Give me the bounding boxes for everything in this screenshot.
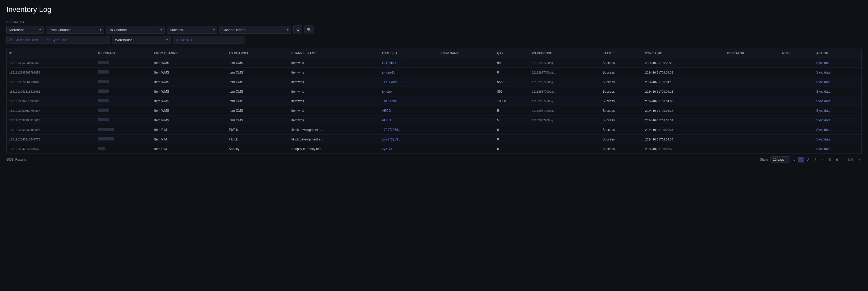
cell-qty: 0 (494, 135, 529, 144)
cell-item-sku[interactable]: 172972259... (379, 135, 439, 144)
item-sku-link[interactable]: 172972259... (382, 137, 401, 141)
cell-sync-time: 2024-10-31T09:04:33 (643, 68, 724, 77)
to-channel-select[interactable]: To Channel (106, 26, 165, 34)
time-range-wrapper[interactable]: ⏱ Start Sync Time - End Sync Time (6, 36, 110, 44)
cell-action[interactable]: Sync data (813, 96, 861, 106)
col-item-sku: ITEM SKU (379, 48, 439, 58)
page-4-button[interactable]: 4 (819, 157, 825, 162)
cell-action[interactable]: Sync data (813, 135, 861, 144)
cell-to-channel: Item OMS (226, 96, 289, 106)
cell-item-sku[interactable]: 172972259... (379, 125, 439, 135)
item-sku-link[interactable]: GUT018-U... (382, 61, 400, 65)
item-sku-link[interactable]: zyz111 (382, 147, 392, 151)
cell-status: Success (600, 144, 643, 154)
sync-data-button[interactable]: Sync data (816, 99, 830, 103)
cell-action[interactable]: Sync data (813, 106, 861, 116)
sync-data-button[interactable]: Sync data (816, 71, 830, 74)
inventory-table-container: ID MERCHANT FROM CHANNEL TO CHANNEL CHAN… (6, 48, 862, 154)
cell-item-sku[interactable]: ABCD (379, 106, 439, 116)
cell-action[interactable]: Sync data (813, 144, 861, 154)
cell-action[interactable]: Sync data (813, 68, 861, 77)
prev-page-button[interactable]: ‹ (792, 157, 796, 162)
cell-item-sku[interactable]: zyz111 (379, 144, 439, 154)
page-6-button[interactable]: 6 (834, 157, 840, 162)
cell-item-sku[interactable]: iphone15 (379, 68, 439, 77)
results-number: 6003 (6, 158, 13, 161)
cell-qty: 0 (494, 68, 529, 77)
sync-data-button[interactable]: Sync data (816, 61, 830, 65)
cell-item-sku[interactable]: iphone (379, 87, 439, 96)
cell-qty: 5 (494, 116, 529, 125)
page-last-button[interactable]: 601 (846, 157, 856, 162)
col-merchant: MERCHANT (95, 48, 152, 58)
channel-name-select[interactable]: Channel Name (219, 26, 291, 34)
cell-channel-name: itemwms (289, 116, 379, 125)
merchant-image (98, 99, 108, 102)
cell-warehouse (529, 125, 600, 135)
cell-item-sku[interactable]: TEST wise ... (379, 77, 439, 87)
sync-data-button[interactable]: Sync data (816, 147, 830, 151)
sync-data-button[interactable]: Sync data (816, 119, 830, 122)
cell-sync-time: 2024-10-31T09:04:13 (643, 87, 724, 96)
table-row: 1851913367531962370 Item WMS Item OMS it… (7, 58, 861, 68)
item-sku-link[interactable]: ABCD (382, 109, 391, 112)
cell-action[interactable]: Sync data (813, 77, 861, 87)
item-sku-link[interactable]: 172972259... (382, 128, 401, 132)
to-channel-select-wrapper: To Channel ▼ (106, 26, 165, 34)
merchant-image (98, 108, 108, 112)
page-size-wrapper: 10/page 20/page 50/page (771, 156, 790, 163)
cell-warehouse: 12132957700qq... (529, 116, 600, 125)
page-5-button[interactable]: 5 (827, 157, 833, 162)
cell-action[interactable]: Sync data (813, 125, 861, 135)
cell-channel-name: itemwms (289, 58, 379, 68)
cell-item-sku[interactable]: GUT018-U... (379, 58, 439, 68)
cell-item-name (439, 68, 494, 77)
channel-name-select-wrapper: Channel Name ▼ (219, 26, 291, 34)
cell-action[interactable]: Sync data (813, 58, 861, 68)
settings-icon-button[interactable]: ⚙ (293, 26, 302, 34)
cell-item-name (439, 106, 494, 116)
page-1-button[interactable]: 1 (798, 157, 804, 162)
cell-note (779, 125, 813, 135)
page-3-button[interactable]: 3 (812, 157, 818, 162)
page-2-button[interactable]: 2 (805, 157, 811, 162)
table-header-row: ID MERCHANT FROM CHANNEL TO CHANNEL CHAN… (7, 48, 861, 58)
cell-item-name (439, 135, 494, 144)
page-size-select[interactable]: 10/page 20/page 50/page (771, 156, 790, 163)
cell-from-channel: Item PIM (151, 135, 226, 144)
cell-item-sku[interactable]: ABCD (379, 116, 439, 125)
cell-from-channel: Item PIM (151, 144, 226, 154)
next-page-button[interactable]: › (857, 157, 862, 162)
item-sku-link[interactable]: ABCD (382, 119, 391, 122)
inventory-table: ID MERCHANT FROM CHANNEL TO CHANNEL CHAN… (7, 48, 861, 154)
item-sku-link[interactable]: TEST wise ... (382, 80, 401, 84)
status-select[interactable]: Success (167, 26, 217, 34)
table-row: 1851913051818311681 Item WMS Item OMS it… (7, 87, 861, 96)
cell-warehouse: 12132957700qq... (529, 58, 600, 68)
cell-warehouse (529, 135, 600, 144)
cell-item-sku[interactable]: The Hidde... (379, 96, 439, 106)
sync-data-button[interactable]: Sync data (816, 80, 830, 84)
page-title: Inventory Log (6, 5, 862, 14)
cell-warehouse (529, 144, 600, 154)
item-sku-link[interactable]: The Hidde... (382, 99, 399, 103)
clock-icon: ⏱ (9, 38, 12, 42)
item-sku-link[interactable]: iphone15 (382, 71, 395, 74)
cell-note (779, 135, 813, 144)
cell-action[interactable]: Sync data (813, 87, 861, 96)
time-separator: - (41, 38, 42, 42)
warehouse-select[interactable]: Warehouse (112, 36, 170, 44)
cell-action[interactable]: Sync data (813, 116, 861, 125)
merchant-select[interactable]: Merchant (6, 26, 43, 34)
sync-data-button[interactable]: Sync data (816, 109, 830, 112)
item-sku-link[interactable]: iphone (382, 90, 392, 93)
cell-operator (724, 77, 779, 87)
item-sku-input[interactable] (173, 36, 244, 44)
sync-data-button[interactable]: Sync data (816, 128, 830, 132)
sync-data-button[interactable]: Sync data (816, 137, 830, 141)
cell-id: 1851913135993798658 (7, 68, 95, 77)
col-note: NOTE (779, 48, 813, 58)
search-button[interactable]: 🔍 (305, 26, 313, 34)
from-channel-select[interactable]: From Channel (46, 26, 104, 34)
sync-data-button[interactable]: Sync data (816, 90, 830, 93)
